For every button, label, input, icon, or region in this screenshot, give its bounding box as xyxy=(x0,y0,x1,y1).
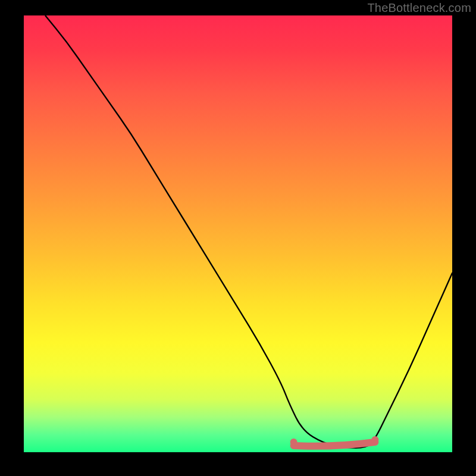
chart-frame: TheBottleneck.com xyxy=(0,0,476,476)
frame-border-left xyxy=(0,0,24,476)
curve-layer xyxy=(24,15,452,452)
bottleneck-curve xyxy=(45,15,452,448)
frame-border-right xyxy=(452,0,476,476)
optimal-zone-end-dot xyxy=(371,436,378,443)
optimal-zone-line xyxy=(294,442,375,446)
optimal-zone-marker xyxy=(290,436,379,446)
frame-border-bottom xyxy=(0,452,476,476)
optimal-zone-start-dot xyxy=(290,439,298,446)
plot-area xyxy=(24,15,452,452)
curve-path xyxy=(45,15,452,448)
watermark-text: TheBottleneck.com xyxy=(367,1,471,15)
